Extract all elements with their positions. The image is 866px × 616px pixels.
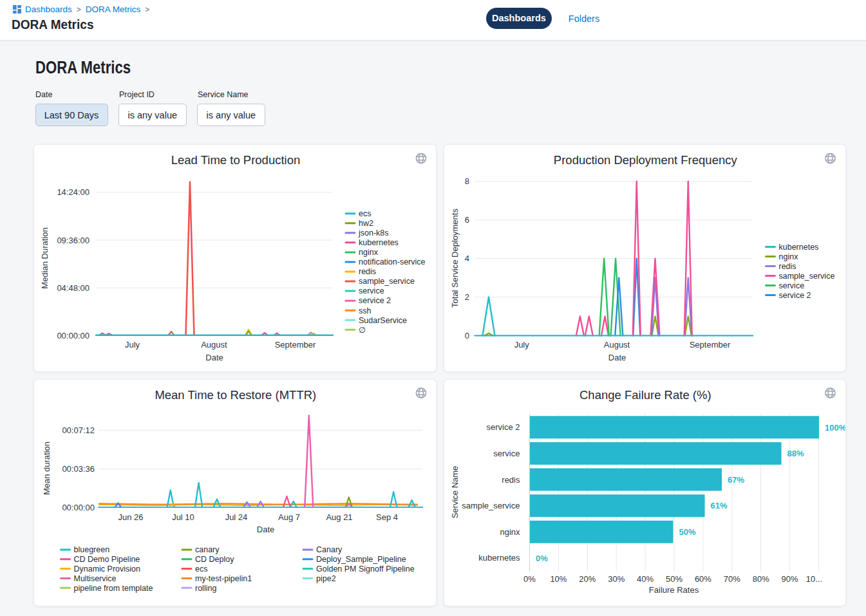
svg-text:service 2: service 2 [778, 291, 811, 300]
svg-text:redis: redis [502, 474, 520, 484]
svg-text:Aug 21: Aug 21 [326, 512, 352, 521]
svg-text:Aug 7: Aug 7 [278, 512, 300, 521]
svg-text:Change Failure Rate (%): Change Failure Rate (%) [579, 388, 711, 402]
svg-text:kubernetes: kubernetes [359, 238, 399, 247]
svg-text:30%: 30% [608, 574, 625, 583]
svg-text:CD Demo Pipeline: CD Demo Pipeline [74, 555, 140, 564]
svg-text:nginx: nginx [778, 252, 798, 261]
svg-text:0: 0 [464, 331, 469, 341]
svg-text:88%: 88% [787, 449, 804, 458]
svg-text:00:00:00: 00:00:00 [57, 331, 89, 341]
svg-text:service: service [778, 281, 804, 290]
svg-text:Date: Date [608, 353, 625, 362]
svg-text:Sep 4: Sep 4 [376, 512, 398, 521]
svg-text:hw2: hw2 [359, 219, 373, 228]
svg-text:20%: 20% [579, 574, 596, 583]
svg-text:notification-service: notification-service [359, 257, 426, 266]
svg-text:2: 2 [464, 292, 469, 302]
svg-text:sample_service: sample_service [778, 272, 834, 281]
svg-text:00:00:00: 00:00:00 [62, 502, 95, 512]
svg-text:0%: 0% [536, 553, 548, 563]
svg-text:Mean duration: Mean duration [42, 441, 52, 494]
svg-text:Golden PM Signoff Pipeline: Golden PM Signoff Pipeline [316, 564, 415, 573]
svg-text:Date: Date [205, 353, 223, 362]
svg-text:August: August [603, 340, 630, 350]
svg-text:4: 4 [464, 254, 469, 263]
svg-text:10...: 10... [805, 574, 822, 583]
svg-text:August: August [201, 340, 227, 350]
svg-text:8: 8 [464, 176, 469, 186]
svg-text:SudarService: SudarService [359, 316, 407, 325]
svg-text:90%: 90% [781, 574, 798, 583]
svg-text:redis: redis [359, 267, 376, 276]
svg-text:50%: 50% [665, 574, 682, 583]
svg-text:Lead Time to Production: Lead Time to Production [171, 153, 301, 167]
svg-text:ssh: ssh [359, 306, 372, 315]
svg-text:0%: 0% [523, 574, 536, 583]
svg-text:Mean Time to Restore (MTTR): Mean Time to Restore (MTTR) [155, 388, 316, 402]
svg-text:Jul 24: Jul 24 [225, 512, 248, 521]
svg-text:∅: ∅ [359, 326, 366, 335]
svg-text:my-test-pipelin1: my-test-pipelin1 [195, 574, 252, 583]
svg-text:Production Deployment Frequenc: Production Deployment Frequency [553, 153, 737, 167]
svg-text:80%: 80% [752, 574, 769, 583]
svg-text:10%: 10% [550, 574, 567, 583]
svg-text:40%: 40% [637, 574, 654, 583]
svg-text:Median Duration: Median Duration [40, 227, 50, 288]
svg-text:67%: 67% [728, 474, 744, 484]
svg-text:Total Service Deployments: Total Service Deployments [449, 209, 459, 308]
svg-text:Deploy_Sample_Pipeline: Deploy_Sample_Pipeline [316, 555, 406, 564]
svg-text:09:36:00: 09:36:00 [57, 236, 89, 245]
svg-text:Canary: Canary [316, 545, 343, 554]
svg-text:100%: 100% [825, 422, 847, 432]
svg-text:ecs: ecs [359, 209, 371, 218]
svg-text:04:48:00: 04:48:00 [57, 283, 89, 293]
svg-text:Dynamic Provision: Dynamic Provision [74, 564, 141, 573]
svg-text:CD Deploy: CD Deploy [195, 555, 234, 564]
svg-text:Multiservice: Multiservice [74, 574, 117, 583]
svg-text:July: July [125, 340, 140, 350]
svg-text:00:03:36: 00:03:36 [62, 464, 95, 474]
svg-text:Date: Date [257, 524, 274, 534]
svg-text:6: 6 [464, 215, 469, 225]
svg-text:Jun 26: Jun 26 [118, 512, 143, 521]
svg-text:Jul 10: Jul 10 [172, 512, 194, 521]
svg-text:61%: 61% [710, 501, 727, 510]
svg-text:service 2: service 2 [486, 422, 520, 432]
svg-text:canary: canary [195, 545, 220, 554]
svg-text:July: July [514, 340, 529, 350]
svg-text:service: service [359, 286, 384, 295]
svg-text:nginx: nginx [359, 248, 379, 257]
svg-text:redis: redis [778, 262, 796, 271]
svg-text:rolling: rolling [195, 583, 216, 592]
svg-text:70%: 70% [723, 574, 740, 583]
svg-text:pipe2: pipe2 [316, 574, 336, 583]
svg-text:kubernetes: kubernetes [778, 243, 818, 252]
svg-text:service: service [493, 448, 520, 458]
svg-text:sample_service: sample_service [462, 501, 520, 510]
svg-text:kubernetes: kubernetes [478, 553, 520, 563]
svg-text:ecs: ecs [195, 564, 207, 573]
svg-text:September: September [689, 340, 730, 350]
svg-text:September: September [275, 340, 316, 350]
svg-text:50%: 50% [679, 527, 695, 537]
svg-text:00:07:12: 00:07:12 [62, 425, 95, 434]
svg-text:bluegreen: bluegreen [74, 545, 110, 554]
svg-text:sample_service: sample_service [359, 277, 415, 286]
svg-text:json-k8s: json-k8s [358, 229, 389, 238]
svg-text:pipeline from template: pipeline from template [74, 583, 153, 592]
svg-text:Failure Rates: Failure Rates [648, 585, 699, 595]
svg-text:nginx: nginx [500, 527, 520, 536]
svg-text:60%: 60% [694, 574, 711, 583]
svg-text:14:24:00: 14:24:00 [57, 187, 89, 197]
svg-text:service 2: service 2 [359, 296, 391, 305]
svg-text:Service Name: Service Name [449, 465, 459, 518]
